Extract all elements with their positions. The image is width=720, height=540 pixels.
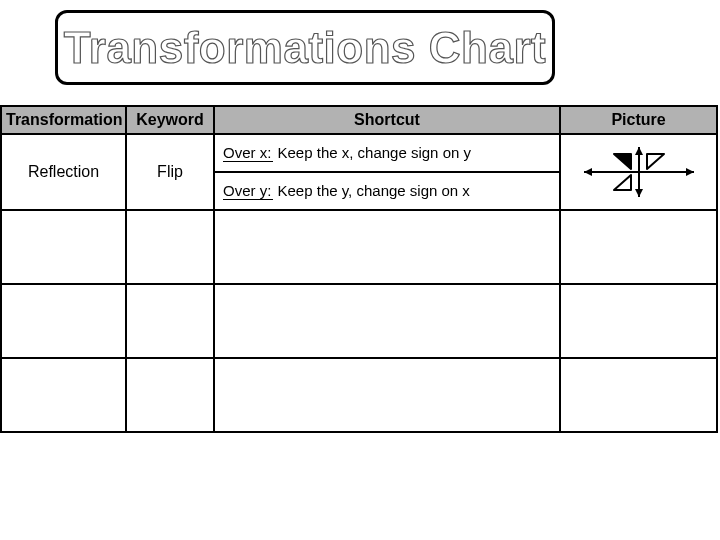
cell-keyword	[126, 210, 214, 284]
shortcut-text: Over x: Keep the x, change sign on y	[215, 135, 559, 172]
cell-keyword	[126, 284, 214, 358]
cell-transformation	[1, 358, 126, 432]
header-keyword: Keyword	[126, 106, 214, 134]
table-row: Reflection Flip Over x: Keep the x, chan…	[1, 134, 717, 210]
shortcut-label: Over y:	[223, 182, 273, 200]
cell-shortcut: Over x: Keep the x, change sign on y Ove…	[214, 134, 560, 210]
svg-marker-2	[584, 168, 592, 176]
shortcut-row: Over y: Keep the y, change sign on x	[215, 172, 559, 209]
shortcut-rule: Keep the y, change sign on x	[278, 182, 470, 199]
cell-shortcut	[214, 358, 560, 432]
header-transformation: Transformation	[1, 106, 126, 134]
cell-transformation	[1, 284, 126, 358]
cell-transformation	[1, 210, 126, 284]
cell-keyword	[126, 358, 214, 432]
cell-shortcut	[214, 284, 560, 358]
svg-marker-5	[635, 189, 643, 197]
cell-transformation: Reflection	[1, 134, 126, 210]
table-header-row: Transformation Keyword Shortcut Picture	[1, 106, 717, 134]
cell-picture	[560, 284, 717, 358]
shortcut-text: Over y: Keep the y, change sign on x	[215, 172, 559, 209]
reflection-quadrants-icon	[574, 142, 704, 202]
header-picture: Picture	[560, 106, 717, 134]
shortcut-label: Over x:	[223, 144, 273, 162]
page-title: Transformations Chart	[64, 23, 546, 73]
svg-marker-4	[635, 147, 643, 155]
table-row	[1, 210, 717, 284]
transformations-table: Transformation Keyword Shortcut Picture …	[0, 105, 718, 433]
shortcut-rule: Keep the x, change sign on y	[278, 144, 471, 161]
cell-shortcut	[214, 210, 560, 284]
cell-picture	[560, 210, 717, 284]
cell-picture	[560, 134, 717, 210]
header-shortcut: Shortcut	[214, 106, 560, 134]
svg-marker-1	[686, 168, 694, 176]
title-container: Transformations Chart	[55, 10, 555, 85]
table-row	[1, 284, 717, 358]
cell-picture	[560, 358, 717, 432]
table-row	[1, 358, 717, 432]
shortcut-row: Over x: Keep the x, change sign on y	[215, 135, 559, 172]
shortcut-subtable: Over x: Keep the x, change sign on y Ove…	[215, 135, 559, 209]
cell-keyword: Flip	[126, 134, 214, 210]
